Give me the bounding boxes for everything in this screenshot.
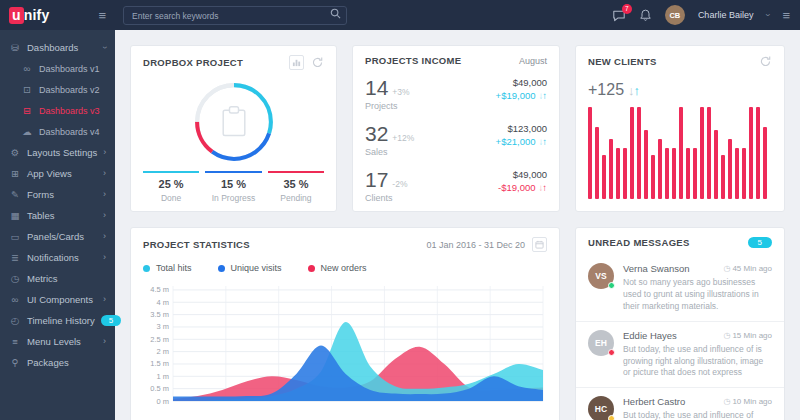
chat-count-badge: 7 bbox=[622, 4, 632, 14]
sidebar-item-dashboards-v2[interactable]: ⊡Dashboards v2 bbox=[0, 79, 115, 100]
stat-value: 25 % bbox=[143, 178, 199, 190]
bar bbox=[735, 148, 739, 199]
income-right: $123,000+$21,000↓↑ bbox=[496, 123, 547, 147]
legend-label: Total hits bbox=[156, 263, 192, 273]
message-body: Herbert Castro◷10 Min agoBut today, the … bbox=[623, 396, 772, 420]
app-window: unify ≡ ⛁Dashboards›∞Dashboards v1⊡Dashb… bbox=[0, 0, 800, 420]
bar bbox=[742, 148, 746, 199]
status-dot bbox=[608, 349, 615, 356]
card-title: DROPBOX PROJECT bbox=[143, 57, 243, 68]
bar-chart-icon[interactable] bbox=[289, 55, 304, 70]
sender-name: Verna Swanson bbox=[623, 263, 690, 274]
sidebar-item-label: Menu Levels bbox=[27, 336, 81, 347]
sidebar-item-label: App Views bbox=[27, 168, 72, 179]
income-label: Sales bbox=[365, 147, 414, 157]
sidebar-item-layouts-settings[interactable]: ⚙Layouts Settings› bbox=[0, 142, 115, 163]
search-input[interactable] bbox=[123, 6, 347, 25]
user-avatar[interactable]: CB bbox=[665, 5, 685, 25]
messages-list: VSVerna Swanson◷45 Min agoNot so many ye… bbox=[576, 255, 784, 420]
refresh-icon[interactable] bbox=[311, 56, 324, 69]
search-icon[interactable] bbox=[330, 8, 341, 19]
calendar-icon[interactable] bbox=[532, 237, 547, 252]
chat-icon[interactable]: 7 bbox=[612, 9, 626, 22]
arrow-up-icon: ↑ bbox=[634, 83, 641, 98]
clock-icon: ◷ bbox=[723, 264, 730, 273]
infinity-icon: ∞ bbox=[9, 294, 21, 305]
card-title: PROJECTS INCOME bbox=[365, 55, 461, 66]
status-dot bbox=[608, 415, 615, 420]
clipboard-icon bbox=[223, 107, 245, 136]
sidebar-item-label: Forms bbox=[27, 189, 54, 200]
bell-icon[interactable] bbox=[639, 8, 652, 22]
sidebar-item-timeline-history[interactable]: ◴Timeline History5 bbox=[0, 310, 115, 331]
status-dot bbox=[608, 282, 615, 289]
message-body: Verna Swanson◷45 Min agoNot so many year… bbox=[623, 263, 772, 313]
sidebar-item-packages[interactable]: ⚲Packages bbox=[0, 352, 115, 373]
stat-label: Pending bbox=[268, 193, 324, 203]
period-label[interactable]: August bbox=[519, 56, 547, 66]
panel-icon: ▭ bbox=[9, 231, 21, 242]
bar bbox=[637, 107, 641, 199]
income-rows: 14+3%Projects$49,000+$19,000↓↑32+12%Sale… bbox=[353, 73, 559, 211]
sidebar-item-dashboards-v3[interactable]: ⊟Dashboards v3 bbox=[0, 100, 115, 121]
sidebar-toggle-icon[interactable]: ≡ bbox=[98, 9, 106, 22]
date-range[interactable]: 01 Jan 2016 - 31 Dec 20 bbox=[426, 240, 525, 250]
sidebar-item-dashboards-v4[interactable]: ☁Dashboards v4 bbox=[0, 121, 115, 142]
dropbox-stat-in-progress: 15 %In Progress bbox=[205, 171, 261, 203]
list-icon: ≣ bbox=[9, 252, 21, 263]
bar bbox=[714, 130, 718, 199]
sidebar-item-label: Metrics bbox=[27, 273, 58, 284]
sidebar-item-ui-components[interactable]: ∞UI Components› bbox=[0, 289, 115, 310]
income-label: Clients bbox=[365, 193, 407, 203]
message-eddie-hayes[interactable]: EHEddie Hayes◷15 Min agoBut today, the u… bbox=[576, 322, 784, 389]
sidebar-item-label: Dashboards bbox=[27, 42, 78, 53]
sidebar-item-app-views[interactable]: ⊞App Views› bbox=[0, 163, 115, 184]
legend-item-total-hits[interactable]: Total hits bbox=[143, 263, 192, 273]
refresh-icon[interactable] bbox=[759, 55, 772, 68]
legend-item-unique-visits[interactable]: Unique visits bbox=[218, 263, 282, 273]
chevron-down-icon[interactable]: › bbox=[763, 14, 773, 17]
legend-label: New orders bbox=[321, 263, 367, 273]
topbar-menu-icon[interactable]: ≡ bbox=[782, 9, 790, 22]
legend-label: Unique visits bbox=[231, 263, 282, 273]
income-left: 17-2%Clients bbox=[365, 169, 407, 203]
sidebar: unify ≡ ⛁Dashboards›∞Dashboards v1⊡Dashb… bbox=[0, 0, 115, 420]
sidebar-item-dashboards-v1[interactable]: ∞Dashboards v1 bbox=[0, 58, 115, 79]
project-statistics-card: PROJECT STATISTICS 01 Jan 2016 - 31 Dec … bbox=[130, 227, 560, 420]
message-time: ◷10 Min ago bbox=[723, 397, 772, 406]
app-logo[interactable]: unify bbox=[9, 7, 49, 24]
sidebar-item-label: Panels/Cards bbox=[27, 231, 84, 242]
logo-u-mark: u bbox=[9, 7, 24, 24]
table-icon: ▦ bbox=[9, 210, 21, 221]
user-name[interactable]: Charlie Bailey bbox=[698, 10, 754, 20]
card-title: UNREAD MESSAGES bbox=[588, 237, 690, 248]
stat-label: In Progress bbox=[205, 193, 261, 203]
clients-total: +125 bbox=[588, 81, 624, 98]
sidebar-item-menu-levels[interactable]: ≡Menu Levels› bbox=[0, 331, 115, 352]
sidebar-item-tables[interactable]: ▦Tables› bbox=[0, 205, 115, 226]
sidebar-item-label: Layouts Settings bbox=[27, 147, 97, 158]
arrow-down-icon: ↓ bbox=[539, 136, 544, 147]
bar bbox=[672, 148, 676, 199]
message-verna-swanson[interactable]: VSVerna Swanson◷45 Min agoNot so many ye… bbox=[576, 255, 784, 322]
card-title: NEW CLIENTS bbox=[588, 56, 657, 67]
legend-item-new-orders[interactable]: New orders bbox=[308, 263, 367, 273]
sidebar-item-notifications[interactable]: ≣Notifications› bbox=[0, 247, 115, 268]
sidebar-item-panels-cards[interactable]: ▭Panels/Cards› bbox=[0, 226, 115, 247]
bar bbox=[588, 107, 592, 199]
legend-dot bbox=[143, 265, 150, 272]
sidebar-item-forms[interactable]: ✎Forms› bbox=[0, 184, 115, 205]
dropbox-stat-pending: 35 %Pending bbox=[268, 171, 324, 203]
income-count: 14 bbox=[365, 76, 388, 99]
sidebar-item-metrics[interactable]: ◷Metrics bbox=[0, 268, 115, 289]
bar bbox=[679, 107, 683, 199]
sidebar-item-label: UI Components bbox=[27, 294, 93, 305]
svg-text:3.5 m: 3.5 m bbox=[150, 310, 169, 319]
area-chart: 0 m0.5 m1 m1.5 m2 m2.5 m3 m3.5 m4 m4.5 m bbox=[143, 279, 547, 419]
bar bbox=[630, 107, 634, 199]
income-delta: +$19,000↓↑ bbox=[496, 90, 547, 101]
sidebar-item-dashboards[interactable]: ⛁Dashboards› bbox=[0, 37, 115, 58]
projects-income-card: PROJECTS INCOME August 14+3%Projects$49,… bbox=[352, 45, 560, 212]
message-herbert-castro[interactable]: HCHerbert Castro◷10 Min agoBut today, th… bbox=[576, 388, 784, 420]
legend-dot bbox=[308, 265, 315, 272]
